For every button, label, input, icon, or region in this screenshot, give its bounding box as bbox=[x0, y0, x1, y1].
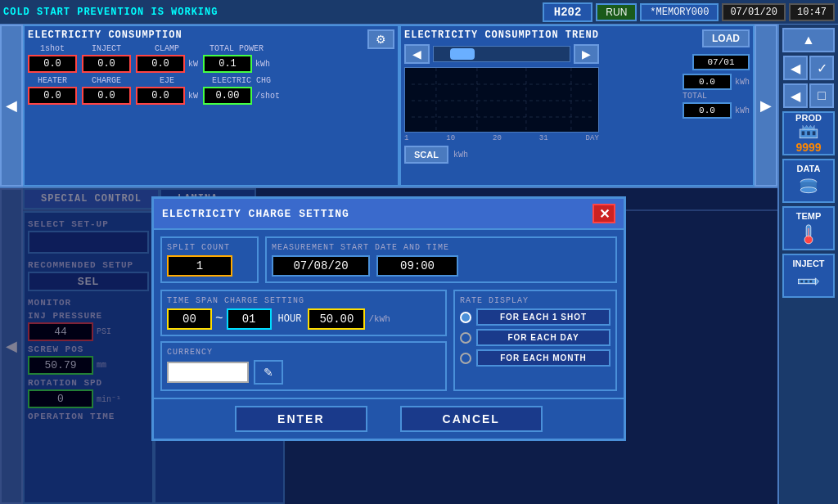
svg-rect-10 bbox=[813, 131, 816, 135]
top-bar-title: COLD START PREVENTION IS WORKING bbox=[3, 7, 539, 18]
elec-consumption-title: ELECTRICITY CONSUMPTION bbox=[28, 29, 394, 41]
kwh-rate-unit: /kWh bbox=[368, 314, 390, 324]
svg-rect-9 bbox=[807, 131, 810, 135]
shot-input[interactable] bbox=[28, 55, 77, 73]
shot-label: 1shot bbox=[40, 44, 65, 53]
kw-unit2: kW bbox=[188, 92, 198, 101]
modal-footer: ENTER CANCEL bbox=[154, 398, 624, 439]
trend-title: ELECTRICITY CONSUMPTION TREND bbox=[404, 29, 599, 41]
machine-badge: H202 bbox=[543, 2, 593, 22]
temp-button[interactable]: TEMP bbox=[782, 206, 835, 250]
rate-option-1-button[interactable]: FOR EACH 1 SHOT bbox=[476, 308, 610, 326]
scal-button[interactable]: SCAL bbox=[404, 146, 448, 164]
kwh-unit: kWh bbox=[255, 60, 270, 69]
prod-button[interactable]: PROD 9999 bbox=[782, 111, 835, 155]
svg-rect-21 bbox=[800, 281, 803, 283]
nav-right-arrow[interactable]: ▶ bbox=[755, 25, 777, 187]
rate-option-2-row: FOR EACH DAY bbox=[460, 329, 610, 346]
right-panel-left-arrow[interactable]: ◀ bbox=[783, 56, 808, 80]
svg-marker-20 bbox=[815, 278, 818, 285]
run-button[interactable]: RUN bbox=[596, 3, 637, 21]
load-button[interactable]: LOAD bbox=[702, 29, 750, 47]
inject-label: INJECT bbox=[92, 44, 121, 53]
eje-input[interactable] bbox=[136, 87, 185, 105]
modal-row-1: SPLIT COUNT MEASUREMENT START DATE AND T… bbox=[160, 236, 617, 283]
trend-controls: ◀ ▶ bbox=[404, 44, 599, 64]
rate-option-2-button[interactable]: FOR EACH DAY bbox=[476, 329, 610, 346]
prod-value: 9999 bbox=[795, 141, 821, 154]
trend-slider-thumb bbox=[450, 48, 475, 60]
factory-icon bbox=[797, 124, 820, 139]
rate-option-3-button[interactable]: FOR EACH MONTH bbox=[476, 349, 610, 367]
cancel-button[interactable]: CANCEL bbox=[400, 406, 543, 432]
rate-display-label: RATE DISPLAY bbox=[460, 296, 610, 305]
svg-rect-8 bbox=[802, 131, 805, 135]
charge-input[interactable] bbox=[82, 87, 131, 105]
charge-label: CHARGE bbox=[92, 76, 121, 85]
right-panel-check[interactable]: ✓ bbox=[809, 56, 834, 80]
inject-button[interactable]: INJECT bbox=[782, 254, 835, 298]
trend-date-input[interactable] bbox=[692, 54, 750, 70]
right-panel-monitor[interactable]: □ bbox=[809, 83, 834, 108]
bottom-content: ◀ SPECIAL CONTROL LAMINA... SELECT SET-U… bbox=[0, 188, 777, 504]
svg-point-14 bbox=[800, 187, 817, 193]
timespan-from-input[interactable] bbox=[167, 308, 212, 330]
tilde-char: ~ bbox=[215, 312, 223, 326]
rate-radio-1[interactable] bbox=[460, 312, 471, 323]
total-power-label: TOTAL POWER bbox=[210, 44, 264, 53]
temp-label: TEMP bbox=[796, 211, 822, 221]
modal-overlay: ELECTRICITY CHARGE SETTING ✕ SPLIT COUNT… bbox=[0, 188, 777, 504]
right-monitor-controls: ◀ □ bbox=[783, 83, 834, 108]
nav-left-arrow[interactable]: ◀ bbox=[0, 25, 23, 187]
electricity-row: ◀ ELECTRICITY CONSUMPTION ⚙ 1shot INJECT bbox=[0, 25, 777, 188]
total-kwh-input[interactable] bbox=[683, 102, 732, 119]
measurement-date-input[interactable] bbox=[272, 255, 370, 277]
inject-icon bbox=[797, 270, 820, 293]
data-button[interactable]: DATA bbox=[782, 159, 835, 203]
split-count-input[interactable] bbox=[167, 255, 232, 277]
time-display: 10:47 bbox=[789, 3, 835, 21]
electricity-consumption-panel: ELECTRICITY CONSUMPTION ⚙ 1shot INJECT bbox=[23, 25, 399, 187]
currency-row: ✎ bbox=[167, 360, 440, 385]
main-layout: ◀ ELECTRICITY CONSUMPTION ⚙ 1shot INJECT bbox=[0, 25, 838, 504]
measurement-time-input[interactable] bbox=[376, 255, 458, 277]
trend-slider[interactable] bbox=[433, 46, 570, 62]
modal-body: SPLIT COUNT MEASUREMENT START DATE AND T… bbox=[154, 230, 624, 398]
right-top-controls: ◀ ✓ bbox=[783, 56, 834, 80]
charge-field: CHARGE bbox=[82, 76, 131, 105]
timespan-label: TIME SPAN CHARGE SETTING bbox=[167, 296, 440, 305]
electric-chg-input[interactable] bbox=[203, 87, 252, 105]
timespan-to-input[interactable] bbox=[227, 308, 272, 330]
heater-input[interactable] bbox=[28, 87, 77, 105]
trend-chart bbox=[404, 67, 599, 133]
per-shot-unit: /shot bbox=[255, 92, 280, 101]
clamp-field: CLAMP kW bbox=[136, 44, 198, 73]
modal-close-button[interactable]: ✕ bbox=[592, 204, 615, 223]
trend-axis: 1 10 20 31 DAY bbox=[404, 134, 599, 142]
inject-input[interactable] bbox=[82, 55, 131, 73]
timespan-rate-input[interactable] bbox=[308, 308, 365, 330]
enter-button[interactable]: ENTER bbox=[235, 406, 367, 432]
gear-button[interactable]: ⚙ bbox=[367, 29, 394, 49]
right-panel-left2[interactable]: ◀ bbox=[783, 83, 808, 108]
trend-next-btn[interactable]: ▶ bbox=[574, 44, 599, 64]
current-kwh-input[interactable] bbox=[683, 74, 732, 90]
eje-label: EJE bbox=[160, 76, 174, 85]
rate-option-1-row: FOR EACH 1 SHOT bbox=[460, 308, 610, 326]
kw-unit: kW bbox=[188, 60, 198, 69]
thermometer-icon bbox=[797, 223, 820, 245]
rate-display-section: RATE DISPLAY FOR EACH 1 SHOT FOR EACH DA… bbox=[453, 290, 617, 391]
currency-input[interactable] bbox=[167, 362, 249, 383]
clamp-label: CLAMP bbox=[155, 44, 179, 53]
trend-prev-btn[interactable]: ◀ bbox=[404, 44, 430, 64]
memory-label: *MEMORY000 bbox=[640, 3, 719, 21]
rate-radio-3[interactable] bbox=[460, 353, 471, 364]
modal-header: ELECTRICITY CHARGE SETTING ✕ bbox=[154, 199, 624, 230]
rate-radio-2[interactable] bbox=[460, 332, 471, 344]
currency-edit-button[interactable]: ✎ bbox=[254, 360, 283, 385]
right-panel-up-arrow[interactable]: ▲ bbox=[782, 28, 835, 52]
currency-section: CURRENCY ✎ bbox=[160, 341, 447, 391]
svg-rect-18 bbox=[808, 228, 809, 237]
clamp-input[interactable] bbox=[136, 55, 185, 73]
total-power-input[interactable] bbox=[203, 55, 252, 73]
